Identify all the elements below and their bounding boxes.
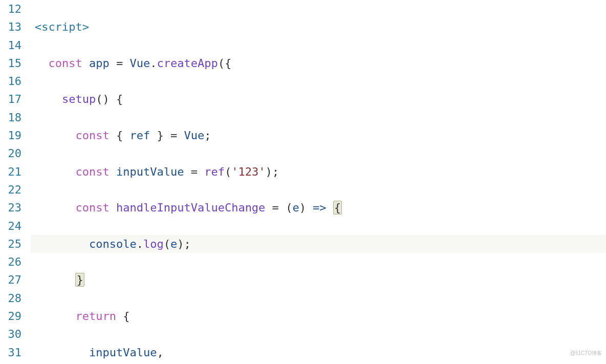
code-line[interactable]: setup() { [31, 90, 606, 108]
code-line[interactable]: inputValue, [31, 344, 606, 361]
line-number: 15 [0, 54, 21, 72]
line-number: 31 [0, 344, 21, 361]
line-number: 24 [0, 217, 21, 235]
line-number: 12 [0, 0, 21, 18]
code-line[interactable]: const inputValue = ref('123'); [31, 163, 606, 181]
line-number: 13 [0, 18, 21, 36]
line-number: 14 [0, 36, 21, 54]
line-number: 27 [0, 271, 21, 289]
line-number: 25 [0, 235, 21, 253]
line-number: 30 [0, 325, 21, 343]
line-number: 18 [0, 109, 21, 126]
code-line[interactable]: return { [31, 307, 606, 325]
line-number: 23 [0, 199, 21, 217]
watermark: @51CTO博客 [570, 344, 602, 362]
line-number: 19 [0, 126, 21, 144]
line-number-gutter: 12 13 14 15 16 17 18 19 20 21 22 23 24 2… [0, 0, 31, 364]
line-number: 16 [0, 72, 21, 90]
line-number: 26 [0, 253, 21, 271]
code-line[interactable]: } [31, 271, 606, 289]
line-number: 28 [0, 289, 21, 307]
code-line[interactable]: <script> [31, 18, 606, 36]
code-line[interactable]: const app = Vue.createApp({ [31, 54, 606, 72]
line-number: 17 [0, 90, 21, 108]
line-number: 22 [0, 181, 21, 199]
code-editor[interactable]: <script> const app = Vue.createApp({ set… [31, 0, 606, 364]
line-number: 29 [0, 307, 21, 325]
line-number: 21 [0, 163, 21, 181]
code-line[interactable]: console.log(e); [31, 235, 606, 253]
code-line[interactable]: const handleInputValueChange = (e) => { [31, 199, 606, 217]
code-line[interactable]: const { ref } = Vue; [31, 126, 606, 144]
line-number: 20 [0, 144, 21, 162]
